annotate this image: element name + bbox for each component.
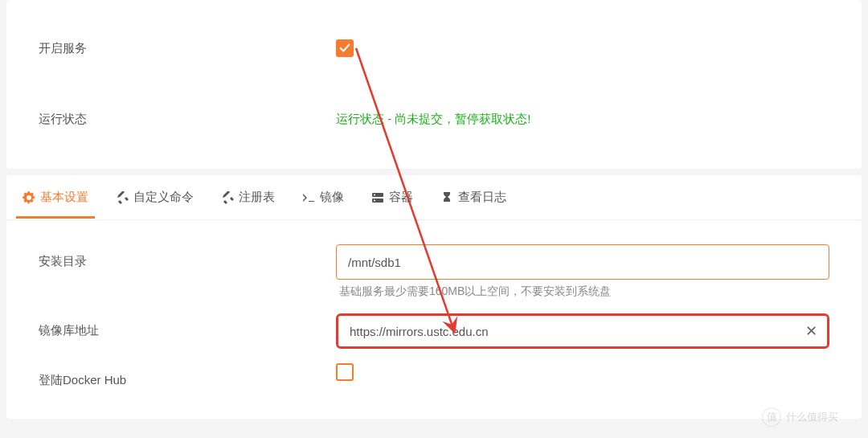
- tab-basic-settings[interactable]: 基本设置: [23, 177, 88, 218]
- status-label: 运行状态: [39, 112, 336, 127]
- mirror-url-label: 镜像库地址: [39, 313, 336, 338]
- hourglass-icon: [440, 191, 453, 204]
- mirror-url-input[interactable]: [338, 316, 827, 346]
- enable-service-label: 开启服务: [39, 41, 336, 56]
- watermark-text: 什么值得买: [786, 410, 838, 424]
- terminal-icon: [302, 191, 315, 204]
- tab-label: 自定义命令: [133, 190, 194, 205]
- enable-service-checkbox[interactable]: [336, 39, 354, 57]
- install-dir-help: 基础服务最少需要160MB以上空间，不要安装到系统盘: [336, 284, 829, 299]
- watermark-logo: 值: [762, 407, 781, 427]
- tab-containers[interactable]: 容器: [371, 177, 413, 218]
- watermark: 值 什么值得买: [762, 406, 858, 428]
- check-icon: [339, 43, 350, 54]
- tab-label: 基本设置: [40, 190, 88, 205]
- tools-icon: [221, 191, 234, 204]
- service-panel: 开启服务 运行状态 运行状态 - 尚未提交，暂停获取状态!: [6, 0, 862, 169]
- tab-label: 容器: [389, 190, 413, 205]
- status-text: 运行状态 - 尚未提交，暂停获取状态!: [336, 112, 531, 127]
- docker-hub-checkbox[interactable]: [336, 363, 354, 381]
- svg-point-2: [374, 194, 375, 195]
- tabs-bar: 基本设置 自定义命令 注册表 镜像 容器 查看日志: [6, 175, 862, 220]
- tab-logs[interactable]: 查看日志: [440, 177, 506, 218]
- form-panel: 安装目录 基础服务最少需要160MB以上空间，不要安装到系统盘 镜像库地址 ✕ …: [6, 220, 862, 419]
- tools-icon: [116, 191, 129, 204]
- svg-point-3: [374, 199, 375, 201]
- server-icon: [371, 191, 384, 204]
- install-dir-label: 安装目录: [39, 244, 336, 269]
- clear-input-button[interactable]: ✕: [805, 322, 817, 340]
- tab-label: 镜像: [320, 190, 344, 205]
- tab-label: 查看日志: [458, 190, 506, 205]
- install-dir-row: 安装目录 基础服务最少需要160MB以上空间，不要安装到系统盘: [6, 244, 862, 299]
- close-icon: ✕: [805, 323, 817, 339]
- install-dir-input[interactable]: [336, 244, 829, 280]
- tab-registry[interactable]: 注册表: [221, 177, 275, 218]
- tab-label: 注册表: [239, 190, 275, 205]
- enable-service-row: 开启服务: [6, 32, 862, 64]
- mirror-url-highlight: ✕: [336, 313, 829, 349]
- tab-custom-commands[interactable]: 自定义命令: [116, 177, 194, 218]
- status-row: 运行状态 运行状态 - 尚未提交，暂停获取状态!: [6, 103, 862, 135]
- tab-images[interactable]: 镜像: [302, 177, 344, 218]
- mirror-url-row: 镜像库地址 ✕: [6, 313, 862, 349]
- gear-icon: [23, 191, 35, 204]
- docker-hub-row: 登陆Docker Hub: [6, 363, 862, 388]
- docker-hub-label: 登陆Docker Hub: [39, 363, 336, 388]
